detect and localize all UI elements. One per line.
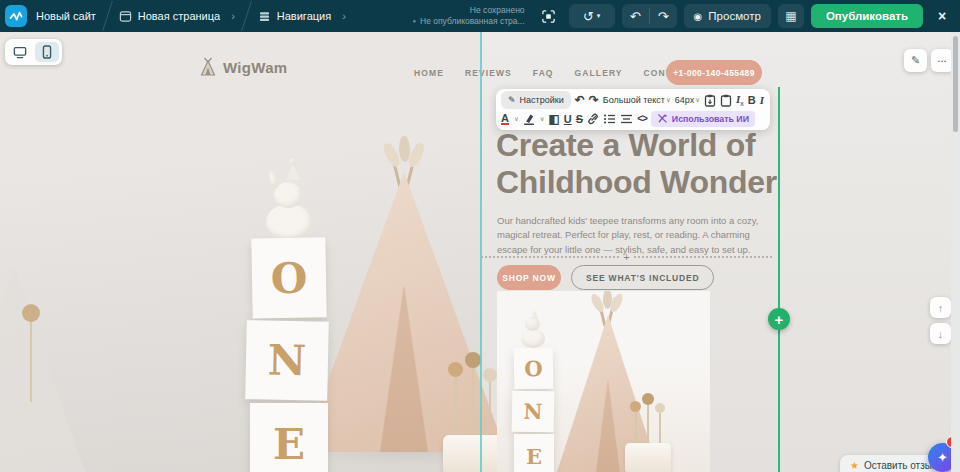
dashed-line	[481, 256, 619, 258]
align-button[interactable]	[620, 113, 633, 125]
breadcrumb-page[interactable]: Новая страница ›	[119, 10, 235, 23]
save-status-text: Не сохранено	[412, 5, 524, 16]
cake-pop-stick	[635, 411, 637, 445]
party-hat	[286, 164, 300, 180]
nav-home[interactable]: HOME	[414, 68, 444, 78]
hat-pompom	[289, 158, 297, 166]
breadcrumb-section-label: Навигация	[277, 10, 331, 22]
apps-button[interactable]: ▦	[778, 4, 804, 28]
undo-button[interactable]: ↶	[622, 4, 649, 28]
desktop-view-button[interactable]	[8, 42, 32, 62]
dashed-line	[634, 256, 772, 258]
move-block-up-button[interactable]: ↑	[930, 297, 951, 318]
edit-block-button[interactable]: ✎	[904, 49, 927, 72]
settings-button[interactable]: ✎ Настройки	[501, 91, 571, 109]
topbar-actions: Не сохранено ●Не опубликованная стра... …	[412, 0, 954, 32]
stack-icon	[258, 10, 271, 23]
text-style-value: Большой текст	[603, 95, 665, 105]
see-whats-included-button[interactable]: SEE WHAT'S INCLUDED	[571, 265, 714, 290]
add-block-button[interactable]: +	[619, 251, 633, 263]
site-logo[interactable]: WigWam	[198, 57, 287, 77]
phone-button[interactable]: +1-000-140-455489	[666, 60, 762, 85]
column-guide-right[interactable]	[778, 87, 780, 472]
settings-label: Настройки	[520, 95, 564, 105]
star-icon: ★	[850, 460, 859, 471]
scrollbar-thumb[interactable]	[953, 36, 958, 132]
caret-down-icon[interactable]: ∨	[540, 115, 545, 123]
breadcrumb-page-label: Новая страница	[138, 10, 220, 22]
add-column-button[interactable]: +	[768, 308, 790, 330]
copy-style-button[interactable]	[720, 94, 732, 107]
nav-reviews[interactable]: REVIEWS	[465, 68, 512, 78]
text-style-dropdown[interactable]: Большой текст ∨	[603, 95, 671, 105]
underline-button[interactable]: U	[564, 113, 572, 125]
publish-label: Опубликовать	[826, 10, 908, 22]
topbar: Новый сайт Новая страница › Навигация › …	[0, 0, 960, 32]
party-hat	[531, 310, 539, 319]
app-logo[interactable]	[5, 5, 27, 27]
text-color-button[interactable]: A	[501, 113, 509, 125]
bold-button[interactable]: B	[748, 94, 756, 106]
shop-now-button[interactable]: SHOP NOW	[497, 265, 561, 290]
editor-window: Новый сайт Новая страница › Навигация › …	[0, 0, 960, 472]
breadcrumb: Новый сайт Новая страница › Навигация ›	[36, 1, 346, 31]
history-button[interactable]: ↺ ▾	[569, 4, 615, 28]
cake-pop	[642, 393, 654, 405]
block-letter: O	[270, 253, 307, 303]
chevron-right-icon[interactable]: ›	[342, 10, 346, 22]
cake	[443, 435, 505, 472]
cake-pop	[448, 362, 463, 377]
list-button[interactable]	[603, 113, 616, 125]
breadcrumb-section[interactable]: Навигация ›	[258, 10, 346, 23]
caret-down-icon: ∨	[666, 96, 671, 104]
decor-pom	[22, 304, 40, 322]
clear-format-button[interactable]: Ix	[736, 93, 744, 107]
add-block-divider: +	[481, 251, 772, 263]
breadcrumb-divider	[102, 1, 113, 31]
move-block-down-button[interactable]: ↓	[930, 323, 951, 344]
chevron-right-icon[interactable]: ›	[231, 10, 235, 22]
font-size-dropdown[interactable]: 64px ∨	[675, 95, 700, 105]
letter-block: E	[514, 434, 554, 472]
use-ai-label: Использовать ИИ	[672, 114, 749, 124]
marker-icon	[523, 113, 535, 125]
plush-bunny	[521, 329, 545, 348]
undo-button[interactable]: ↶	[575, 93, 585, 107]
block-letter: E	[273, 420, 305, 469]
cake-pop-stick	[647, 403, 649, 445]
close-button[interactable]: ×	[930, 4, 954, 28]
plus-icon: +	[775, 311, 784, 328]
text-editor-toolbar: ✎ Настройки ↶ ↷ Большой текст ∨ 64px ∨ I…	[496, 89, 770, 130]
nav-faq[interactable]: FAQ	[533, 68, 554, 78]
code-button[interactable]: <>	[637, 113, 647, 124]
cake-pop	[655, 403, 665, 413]
cake	[625, 443, 671, 472]
block-letter: N	[523, 399, 543, 424]
highlight-color-button[interactable]	[523, 113, 535, 125]
redo-button[interactable]: ↷	[589, 93, 599, 107]
publish-button[interactable]: Опубликовать	[811, 4, 923, 28]
hero-heading[interactable]: Create a World of Childhood Wonder	[496, 127, 777, 201]
caret-down-icon[interactable]: ∨	[514, 115, 519, 123]
decor-stick	[30, 322, 32, 402]
strikethrough-button[interactable]: S	[576, 113, 583, 125]
use-ai-button[interactable]: Использовать ИИ	[651, 111, 755, 127]
scan-preview-button[interactable]	[536, 4, 562, 28]
undo-redo-group: ↶ ↷	[622, 4, 677, 28]
breadcrumb-site[interactable]: Новый сайт	[36, 10, 96, 22]
hero-image-block[interactable]: O N E	[497, 291, 710, 472]
font-size-value: 64px	[675, 95, 695, 105]
redo-button[interactable]: ↷	[650, 4, 677, 28]
nav-gallery[interactable]: GALLERY	[575, 68, 623, 78]
letter-block: O	[251, 237, 326, 318]
site-nav: HOME REVIEWS FAQ GALLERY CONTACTS	[414, 68, 699, 78]
mobile-view-button[interactable]	[35, 42, 59, 62]
link-button[interactable]	[587, 113, 599, 125]
align-icon	[620, 113, 633, 125]
arrow-down-icon: ↓	[938, 328, 944, 340]
preview-button[interactable]: ◉ Просмотр	[684, 4, 771, 28]
italic-button[interactable]: I	[760, 94, 764, 106]
paste-style-button[interactable]	[704, 94, 716, 107]
letter-block: E	[250, 403, 328, 472]
fill-color-button[interactable]: ◧	[548, 112, 559, 126]
